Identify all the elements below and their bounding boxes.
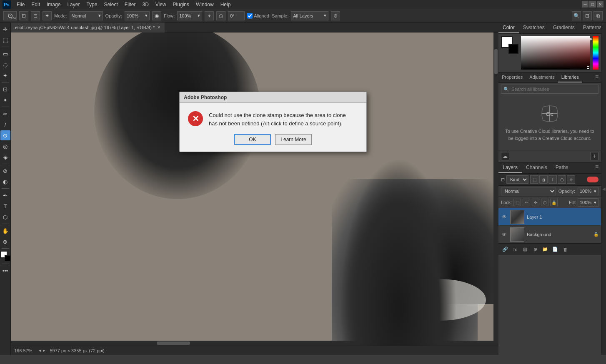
error-dialog[interactable]: Adobe Photoshop ✕ Could not use the clon… bbox=[179, 92, 367, 152]
restore-button[interactable]: □ bbox=[589, 1, 596, 7]
search-button[interactable]: 🔍 bbox=[572, 11, 581, 20]
menu-layer[interactable]: Layer bbox=[65, 1, 82, 8]
pencil-tool-button[interactable]: / bbox=[0, 120, 10, 130]
next-arrow[interactable]: ▸ bbox=[43, 348, 45, 353]
marquee-tool-button[interactable]: ▭ bbox=[0, 49, 10, 59]
menu-3d[interactable]: 3D bbox=[140, 1, 151, 8]
tab-layers[interactable]: Layers bbox=[498, 162, 522, 173]
toggle-brushes-button[interactable]: ✦ bbox=[43, 11, 52, 20]
eyedropper-button[interactable]: ✦ bbox=[0, 95, 10, 105]
layer-visibility-1[interactable]: 👁 bbox=[501, 232, 508, 237]
layer-item-1[interactable]: 👁 Background 🔒 bbox=[498, 226, 601, 243]
tab-swatches[interactable]: Swatches bbox=[519, 22, 549, 33]
menu-help[interactable]: Help bbox=[218, 1, 233, 8]
artboard-tool-button[interactable]: ⬚ bbox=[0, 35, 10, 45]
history-brush-button[interactable]: ◎ bbox=[0, 141, 10, 151]
fg-bg-colors[interactable] bbox=[0, 251, 10, 261]
brush-picker-button[interactable]: ⊙ 124 bbox=[3, 11, 17, 20]
lock-artboard-btn[interactable]: ⬡ bbox=[541, 199, 548, 206]
tab-properties[interactable]: Properties bbox=[498, 72, 526, 82]
background-color[interactable] bbox=[5, 255, 10, 261]
smoothing-button[interactable]: ⌖ bbox=[205, 11, 214, 20]
opacity-input[interactable]: 100% ▾ bbox=[578, 187, 598, 195]
dodge-tool-button[interactable]: ◐ bbox=[0, 177, 10, 187]
layer-visibility-0[interactable]: 👁 bbox=[501, 214, 508, 220]
learn-more-button[interactable]: Learn More bbox=[275, 134, 312, 145]
magic-wand-button[interactable]: ✦ bbox=[0, 70, 10, 80]
prev-arrow[interactable]: ◂ bbox=[39, 348, 41, 353]
hue-strip[interactable] bbox=[593, 36, 598, 70]
tab-channels[interactable]: Channels bbox=[522, 162, 551, 173]
filter-toggle[interactable] bbox=[587, 177, 598, 182]
link-layers-button[interactable]: 🔗 bbox=[501, 245, 509, 254]
filter-pixel-btn[interactable]: ⬚ bbox=[530, 175, 538, 184]
tab-gradients[interactable]: Gradients bbox=[549, 22, 579, 33]
aligned-checkbox-row[interactable]: Aligned bbox=[247, 11, 269, 20]
layers-panel-menu[interactable]: ≡ bbox=[593, 162, 601, 171]
filter-smart-btn[interactable]: ⊕ bbox=[567, 175, 575, 184]
lock-transparent-btn[interactable]: ⬚ bbox=[513, 199, 521, 206]
close-tab-button[interactable]: ✕ bbox=[157, 25, 160, 30]
sample-dropdown[interactable]: All Layers ▾ bbox=[291, 11, 328, 20]
vertical-scrollbar[interactable] bbox=[493, 32, 498, 346]
ok-button[interactable]: OK bbox=[234, 134, 271, 145]
brush-tool-button[interactable]: ✏ bbox=[0, 109, 10, 119]
menu-view[interactable]: View bbox=[153, 1, 169, 8]
panel-collapse-handle[interactable]: ◀ bbox=[601, 22, 606, 355]
delete-layer-button[interactable]: 🗑 bbox=[561, 245, 569, 254]
hand-tool-button[interactable]: ✋ bbox=[0, 226, 10, 236]
brush-settings-button[interactable]: ⊡ bbox=[19, 11, 28, 20]
tab-paths[interactable]: Paths bbox=[551, 162, 573, 173]
tab-libraries[interactable]: Libraries bbox=[558, 72, 582, 82]
layer-effects-button[interactable]: fx bbox=[511, 245, 519, 254]
tab-adjustments[interactable]: Adjustments bbox=[526, 72, 558, 82]
shape-tool-button[interactable]: ⬡ bbox=[0, 212, 10, 222]
opacity-input[interactable]: 100% ▾ bbox=[125, 11, 150, 20]
menu-select[interactable]: Select bbox=[101, 1, 120, 8]
menu-type[interactable]: Type bbox=[84, 1, 100, 8]
gradient-tool-button[interactable]: ⊘ bbox=[0, 166, 10, 176]
clone-source-button[interactable]: ⊟ bbox=[31, 11, 40, 20]
move-tool-button[interactable]: ✛ bbox=[0, 24, 10, 34]
filter-adjustment-btn[interactable]: ◑ bbox=[539, 175, 548, 184]
lasso-tool-button[interactable]: ◌ bbox=[0, 60, 10, 70]
filter-kind-select[interactable]: Kind bbox=[506, 175, 528, 184]
angle-value[interactable]: 0° bbox=[228, 11, 245, 20]
library-search-input[interactable] bbox=[501, 85, 598, 94]
fill-input[interactable]: 100% ▾ bbox=[578, 198, 598, 207]
workspace-button[interactable]: ⊡ bbox=[583, 11, 592, 20]
add-adjustment-button[interactable]: ⊕ bbox=[531, 245, 539, 254]
menu-window[interactable]: Window bbox=[193, 1, 216, 8]
menu-image[interactable]: Image bbox=[44, 1, 63, 8]
aligned-checkbox[interactable] bbox=[247, 11, 253, 20]
more-tools-button[interactable]: ••• bbox=[0, 266, 10, 276]
pen-tool-button[interactable]: ✒ bbox=[0, 190, 10, 200]
menu-file[interactable]: File bbox=[14, 1, 27, 8]
angle-button[interactable]: ◷ bbox=[216, 11, 225, 20]
airbrush-button[interactable]: ◉ bbox=[152, 11, 161, 20]
new-layer-button[interactable]: 📄 bbox=[551, 245, 559, 254]
clone-stamp-button[interactable]: ⊙ bbox=[0, 130, 10, 140]
minimize-button[interactable]: ─ bbox=[582, 1, 588, 7]
filter-shape-btn[interactable]: ⬡ bbox=[558, 175, 566, 184]
document-tab[interactable]: eliott-reyna-jCEpN62oWL4-unsplash.jpg @ … bbox=[11, 22, 165, 32]
add-mask-button[interactable]: ▨ bbox=[521, 245, 529, 254]
horizontal-scrollbar[interactable] bbox=[11, 341, 493, 346]
menu-filter[interactable]: Filter bbox=[122, 1, 138, 8]
eraser-tool-button[interactable]: ◈ bbox=[0, 152, 10, 162]
lock-all-btn[interactable]: 🔒 bbox=[550, 199, 558, 206]
cc-cloud-button[interactable]: ☁ bbox=[501, 152, 509, 160]
menu-plugins[interactable]: Plugins bbox=[170, 1, 192, 8]
lock-position-btn[interactable]: ✛ bbox=[532, 199, 539, 206]
filter-type-btn[interactable]: T bbox=[548, 175, 557, 184]
prop-panel-menu[interactable]: ≡ bbox=[593, 72, 601, 81]
arrange-button[interactable]: ⧉ bbox=[593, 11, 603, 20]
menu-edit[interactable]: Edit bbox=[29, 1, 43, 8]
lock-image-btn[interactable]: ✏ bbox=[523, 199, 530, 206]
zoom-tool-button[interactable]: ⊕ bbox=[0, 237, 10, 247]
add-group-button[interactable]: 📁 bbox=[541, 245, 549, 254]
add-library-button[interactable]: + bbox=[590, 152, 598, 160]
crop-tool-button[interactable]: ⊡ bbox=[0, 84, 10, 94]
layer-item-0[interactable]: 👁 Layer 1 bbox=[498, 208, 601, 226]
tab-color[interactable]: Color bbox=[498, 22, 519, 33]
